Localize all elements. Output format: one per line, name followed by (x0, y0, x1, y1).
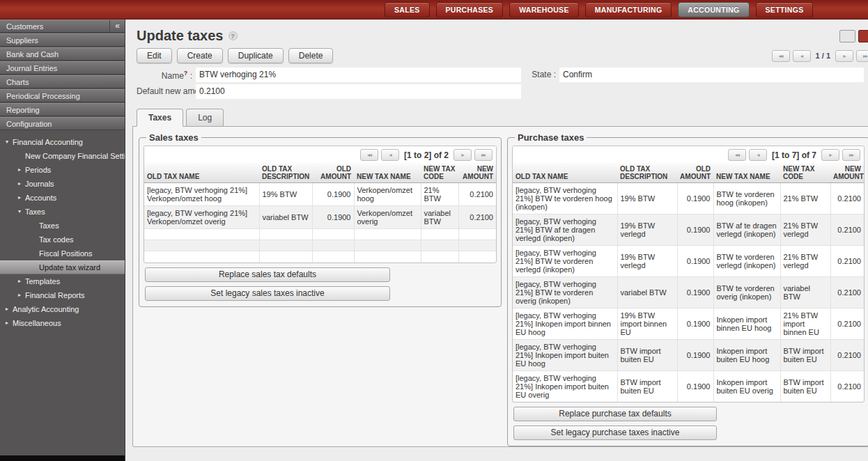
form-view-icon[interactable] (858, 30, 868, 42)
sidebar-item-financial-accounting[interactable]: ▾Financial Accounting (0, 135, 125, 149)
table-cell[interactable]: 19% BTW (617, 183, 677, 214)
purchase-last-page-button[interactable]: ▸▸ (842, 149, 860, 161)
table-cell[interactable]: 21% BTW (421, 183, 458, 206)
sales-previous-page-button[interactable]: ◂ (381, 149, 399, 161)
purchase-col-old-tax-name[interactable]: OLD TAX NAME (513, 163, 617, 183)
sidebar-item-accounts[interactable]: ▸Accounts (0, 191, 125, 205)
table-cell[interactable]: 0.1900 (677, 371, 713, 403)
table-cell[interactable]: 0.1900 (677, 246, 713, 277)
sales-col-new-tax-name[interactable]: NEW TAX NAME (354, 163, 421, 183)
purchase-next-page-button[interactable]: ▸ (821, 149, 839, 161)
purchase-col-old-tax-description[interactable]: OLD TAX DESCRIPTION (617, 163, 677, 183)
table-cell[interactable]: variabel BTW (259, 206, 312, 229)
table-cell[interactable]: 21% BTW verlegd (780, 246, 830, 277)
table-cell[interactable]: BTW te vorderen hoog (inkopen) (713, 183, 780, 214)
nav-manufacturing[interactable]: MANUFACTURING (585, 2, 672, 17)
sales-next-page-button[interactable]: ▸ (454, 149, 472, 161)
table-cell[interactable]: BTW import buiten EU (617, 340, 677, 371)
table-cell[interactable]: 19% BTW verlegd (617, 214, 677, 246)
nav-warehouse[interactable]: WAREHOUSE (509, 2, 579, 17)
table-cell[interactable]: BTW import buiten EU (617, 371, 677, 403)
table-cell[interactable]: 0.2100 (830, 340, 864, 371)
sidebar-section-periodical-processing[interactable]: Periodical Processing (0, 89, 125, 102)
sidebar-section-suppliers[interactable]: Suppliers (0, 33, 125, 47)
table-cell[interactable]: Verkopen/omzet overig (354, 206, 421, 229)
sales-last-page-button[interactable]: ▸▸ (474, 149, 493, 161)
sales-first-page-button[interactable]: ◂◂ (360, 149, 378, 161)
sidebar-item-financial-reports[interactable]: ▸Financial Reports (0, 288, 125, 302)
table-cell[interactable]: 21% BTW import binnen EU (780, 308, 830, 340)
sidebar-collapse-icon[interactable]: « (109, 19, 125, 33)
table-cell[interactable]: Inkopen import buiten EU overig (713, 371, 780, 403)
table-row[interactable]: [legacy, BTW verhoging 21%] Verkopen/omz… (144, 183, 496, 206)
sales-col-new-tax-code[interactable]: NEW TAX CODE (421, 163, 458, 183)
purchase-first-page-button[interactable]: ◂◂ (728, 149, 746, 161)
nav-sales[interactable]: SALES (385, 2, 430, 17)
purchase-col-new-tax-name[interactable]: NEW TAX NAME (713, 163, 780, 183)
table-cell[interactable]: [legacy, BTW verhoging 21%] BTW te vorde… (513, 183, 617, 214)
sidebar-item-journals[interactable]: ▸Journals (0, 177, 125, 191)
table-cell[interactable]: 0.1900 (312, 206, 354, 229)
default-new-amount-field[interactable]: 0.2100 (196, 84, 521, 99)
tab-taxes[interactable]: Taxes (137, 109, 183, 127)
record-first-page-button[interactable]: ◂◂ (772, 50, 790, 62)
table-row[interactable]: [legacy, BTW verhoging 21%] BTW te vorde… (513, 183, 864, 214)
sidebar-item-tax-codes[interactable]: Tax codes (0, 233, 125, 247)
sidebar-item-update-tax-wizard[interactable]: Update tax wizard (0, 260, 125, 274)
sidebar-section-journal-entries[interactable]: Journal Entries (0, 61, 125, 75)
nav-settings[interactable]: SETTINGS (756, 2, 814, 17)
table-cell[interactable]: 0.1900 (677, 308, 713, 340)
sidebar-item-taxes[interactable]: ▾Taxes (0, 205, 125, 219)
replace-sales-tax-defaults-button[interactable]: Replace sales tax defaults (145, 267, 390, 282)
purchase-col-new-tax-code[interactable]: NEW TAX CODE (780, 163, 830, 183)
table-cell[interactable]: Verkopen/omzet hoog (354, 183, 421, 206)
table-cell[interactable]: [legacy, BTW verhoging 21%] BTW af te dr… (513, 214, 617, 246)
sales-col-old-tax-name[interactable]: OLD TAX NAME (144, 163, 259, 183)
table-cell[interactable]: 0.2100 (830, 371, 864, 403)
table-cell[interactable]: 19% BTW import binnen EU (617, 308, 677, 340)
table-cell[interactable]: 0.1900 (677, 340, 713, 371)
table-cell[interactable]: 0.2100 (830, 277, 864, 308)
table-cell[interactable]: 21% BTW verlegd (780, 214, 830, 246)
replace-purchase-tax-defaults-button[interactable]: Replace purchase tax defaults (513, 407, 717, 421)
create-button[interactable]: Create (177, 48, 223, 63)
table-cell[interactable]: BTW te vorderen overig (inkopen) (713, 277, 780, 308)
record-next-page-button[interactable]: ▸ (835, 50, 853, 62)
table-cell[interactable]: [legacy, BTW verhoging 21%] Verkopen/omz… (144, 206, 259, 229)
table-cell[interactable]: [legacy, BTW verhoging 21%] BTW te vorde… (513, 277, 617, 308)
tab-log[interactable]: Log (186, 109, 224, 126)
record-previous-page-button[interactable]: ◂ (793, 50, 811, 62)
sidebar-section-customers[interactable]: Customers (0, 19, 109, 33)
table-row[interactable]: [legacy, BTW verhoging 21%] BTW te vorde… (513, 246, 864, 277)
table-cell[interactable]: BTW af te dragen verlegd (inkopen) (713, 214, 780, 246)
table-cell[interactable]: 0.1900 (677, 183, 713, 214)
sidebar-item-taxes[interactable]: Taxes (0, 219, 125, 233)
table-cell[interactable]: variabel BTW (617, 277, 677, 308)
sales-col-new-amount[interactable]: NEW AMOUNT (458, 163, 496, 183)
purchase-col-old-amount[interactable]: OLD AMOUNT (677, 163, 713, 183)
edit-button[interactable]: Edit (137, 48, 172, 63)
table-cell[interactable]: BTW import buiten EU (780, 340, 830, 371)
table-cell[interactable]: 21% BTW (780, 183, 830, 214)
table-row[interactable]: [legacy, BTW verhoging 21%] BTW af te dr… (513, 214, 864, 246)
sidebar-item-new-company-financial-setti[interactable]: New Company Financial Setti... (0, 149, 125, 163)
nav-purchases[interactable]: PURCHASES (436, 2, 504, 17)
table-cell[interactable]: 0.2100 (830, 308, 864, 340)
sales-col-old-amount[interactable]: OLD AMOUNT (312, 163, 354, 183)
table-cell[interactable]: BTW import buiten EU (780, 371, 830, 403)
purchase-col-new-amount[interactable]: NEW AMOUNT (830, 163, 864, 183)
sidebar-item-analytic-accounting[interactable]: ▸Analytic Accounting (0, 302, 125, 316)
table-cell[interactable]: [legacy, BTW verhoging 21%] Inkopen impo… (513, 371, 617, 403)
table-cell[interactable]: [legacy, BTW verhoging 21%] BTW te vorde… (513, 246, 617, 277)
table-cell[interactable]: [legacy, BTW verhoging 21%] Verkopen/omz… (144, 183, 259, 206)
table-cell[interactable]: 0.1900 (677, 277, 713, 308)
duplicate-button[interactable]: Duplicate (228, 48, 284, 63)
set-legacy-purchase-taxes-inactive-button[interactable]: Set legacy purchase taxes inactive (513, 425, 717, 440)
name-field[interactable]: BTW verhoging 21% (196, 68, 521, 82)
sidebar-item-fiscal-positions[interactable]: Fiscal Positions (0, 247, 125, 260)
list-view-icon[interactable] (839, 30, 855, 42)
sidebar-section-reporting[interactable]: Reporting (0, 103, 125, 116)
nav-accounting[interactable]: ACCOUNTING (678, 2, 749, 17)
table-cell[interactable]: 0.2100 (458, 206, 496, 229)
table-cell[interactable]: 0.2100 (830, 214, 864, 246)
